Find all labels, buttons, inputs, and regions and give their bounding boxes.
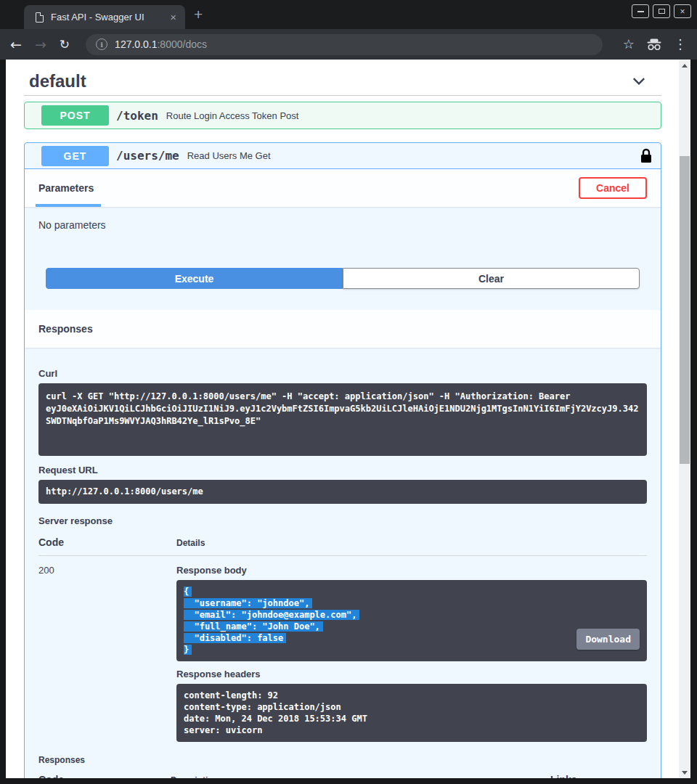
endpoint-path: /users/me <box>116 149 179 163</box>
page-scrollbar[interactable] <box>679 60 690 778</box>
response-body-label: Response body <box>176 565 647 576</box>
execute-button[interactable]: Execute <box>46 268 343 289</box>
browser-toolbar: ← → ↻ i 127.0.0.1:8000/docs ☆ ⋮ <box>0 29 697 60</box>
active-tab-underline <box>36 204 101 207</box>
page-info-icon[interactable]: i <box>96 38 107 50</box>
minimize-icon <box>637 11 644 12</box>
response-header-line: content-type: application/json <box>184 701 640 713</box>
response-code: 200 <box>38 565 176 742</box>
responses-title: Responses <box>38 323 93 335</box>
address-bar[interactable]: i 127.0.0.1:8000/docs <box>86 34 603 55</box>
reload-icon[interactable]: ↻ <box>60 38 70 51</box>
scroll-down-arrow-icon[interactable] <box>679 767 690 778</box>
new-tab-button[interactable]: + <box>194 6 203 23</box>
parameters-tab-label: Parameters <box>38 182 94 194</box>
method-badge-get: GET <box>41 146 109 166</box>
download-button[interactable]: Download <box>576 629 640 650</box>
swagger-page: default POST /token Route Login Access T… <box>6 60 679 778</box>
endpoint-post-token: POST /token Route Login Access Token Pos… <box>24 102 661 129</box>
clear-button[interactable]: Clear <box>343 268 640 289</box>
window-maximize-button[interactable] <box>653 4 670 18</box>
responses-content: Curl curl -X GET "http://127.0.0.1:8000/… <box>25 348 661 778</box>
endpoint-path: /token <box>116 109 158 123</box>
response-details: Response body { "username": "johndoe", "… <box>176 565 647 742</box>
server-response-label: Server response <box>38 515 647 526</box>
server-response-row: 200 Response body { "username": "johndoe… <box>38 556 647 742</box>
maximize-icon <box>659 9 665 14</box>
page-viewport: default POST /token Route Login Access T… <box>6 60 690 778</box>
url-host: 127.0.0.1 <box>115 38 157 50</box>
response-header-line: server: uvicorn <box>184 724 640 736</box>
no-parameters-text: No parameters <box>25 207 661 231</box>
selected-json-line: { <box>184 587 192 597</box>
scroll-up-arrow-icon[interactable] <box>679 60 690 71</box>
selected-json-line: "email": "johndoe@example.com", <box>184 610 359 620</box>
execute-row: Execute Clear <box>25 268 661 289</box>
url-text: 127.0.0.1:8000/docs <box>115 38 207 50</box>
selected-json-line: "full_name": "John Doe", <box>184 621 323 632</box>
endpoint-get-summary[interactable]: GET /users/me Read Users Me Get <box>25 143 661 169</box>
description-column-header: Description <box>171 775 550 778</box>
documented-responses-label: Responses <box>38 755 647 765</box>
browser-tab[interactable]: Fast API - Swagger UI × <box>24 5 185 29</box>
response-header-line: date: Mon, 24 Dec 2018 15:53:34 GMT <box>184 713 640 724</box>
response-header-line: content-length: 92 <box>184 690 640 701</box>
section-title: default <box>29 71 86 91</box>
response-headers-lines: content-length: 92content-type: applicat… <box>184 690 640 736</box>
response-body-json: { "username": "johndoe", "email": "johnd… <box>184 586 640 656</box>
endpoint-post-summary[interactable]: POST /token Route Login Access Token Pos… <box>25 102 661 128</box>
parameters-header-band: Parameters Cancel <box>25 169 661 207</box>
cancel-button[interactable]: Cancel <box>579 177 647 199</box>
request-url-label: Request URL <box>38 465 647 475</box>
tab-title: Fast API - Swagger UI <box>51 12 168 23</box>
browser-titlebar: Fast API - Swagger UI × + × <box>0 0 697 29</box>
code-column-header: Code <box>38 774 171 778</box>
auth-lock-icon[interactable] <box>640 148 652 163</box>
documented-responses-table-header: Code Description Links <box>38 774 647 778</box>
request-url-block: http://127.0.0.1:8000/users/me <box>38 480 647 504</box>
selected-json-line: } <box>184 645 192 655</box>
response-body-block: { "username": "johndoe", "email": "johnd… <box>176 580 647 661</box>
curl-label: Curl <box>38 368 647 379</box>
tag-section-header[interactable]: default <box>24 60 661 96</box>
document-icon <box>36 12 44 23</box>
selected-json-line: "disabled": false <box>184 633 286 643</box>
url-path: :8000/docs <box>157 38 207 50</box>
response-headers-block: content-length: 92content-type: applicat… <box>176 684 647 742</box>
method-badge-post: POST <box>41 105 109 126</box>
scrollbar-thumb[interactable] <box>680 156 690 464</box>
responses-header-band: Responses <box>25 310 661 348</box>
curl-command-block: curl -X GET "http://127.0.0.1:8000/users… <box>38 383 647 456</box>
endpoint-summary-text: Route Login Access Token Post <box>166 110 299 121</box>
bookmark-star-icon[interactable]: ☆ <box>623 38 635 51</box>
response-headers-label: Response headers <box>176 669 647 679</box>
links-column-header: Links <box>550 774 647 778</box>
back-icon[interactable]: ← <box>10 38 22 52</box>
tab-close-icon[interactable]: × <box>168 12 178 23</box>
code-column-header: Code <box>38 536 176 548</box>
window-minimize-button[interactable] <box>632 4 649 18</box>
window-close-button[interactable]: × <box>674 4 691 18</box>
selected-json-line: "username": "johndoe", <box>184 598 312 608</box>
server-response-table-header: Code Details <box>38 536 647 556</box>
browser-menu-icon[interactable]: ⋮ <box>674 38 687 51</box>
tab-parameters[interactable]: Parameters <box>38 169 94 207</box>
details-column-header: Details <box>176 538 647 548</box>
forward-icon: → <box>35 38 46 52</box>
incognito-icon <box>646 38 662 51</box>
window-controls: × <box>632 4 691 18</box>
endpoint-summary-text: Read Users Me Get <box>187 150 271 161</box>
endpoint-get-users-me: GET /users/me Read Users Me Get Paramete… <box>24 142 661 778</box>
chevron-down-icon[interactable] <box>631 73 647 89</box>
